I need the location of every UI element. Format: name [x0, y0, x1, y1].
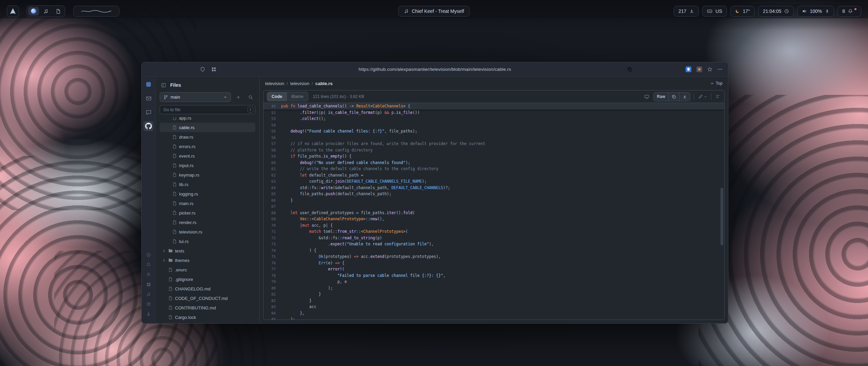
sidebar-bell[interactable]: [144, 261, 153, 268]
line-number[interactable]: 55: [263, 128, 281, 135]
tree-item-CONTRIBUTING.md[interactable]: CONTRIBUTING.md: [160, 303, 255, 312]
line-number[interactable]: 82: [263, 298, 281, 304]
notes-button[interactable]: [53, 7, 63, 16]
line-number[interactable]: 84: [263, 310, 281, 317]
tree-item-app.rs[interactable]: app.rs: [160, 117, 255, 123]
breadcrumb-dir-link[interactable]: television: [290, 81, 309, 86]
tree-item-cable.rs[interactable]: cable.rs: [160, 123, 255, 132]
line-number[interactable]: 63: [263, 178, 281, 185]
line-number[interactable]: 71: [263, 228, 281, 235]
menu-button[interactable]: [717, 67, 723, 72]
adblock-extension-button[interactable]: [696, 66, 702, 72]
keyboard-layout-widget[interactable]: US: [702, 6, 727, 17]
tree-item-logging.rs[interactable]: logging.rs: [160, 189, 255, 199]
sidebar-downloads[interactable]: [144, 310, 153, 318]
new-file-button[interactable]: [234, 93, 243, 102]
pinned-tab-2[interactable]: [143, 93, 154, 103]
tree-item-themes[interactable]: themes: [160, 256, 255, 265]
url-bar[interactable]: https://github.com/alexpasmantier/televi…: [358, 67, 511, 72]
search-tree-button[interactable]: [246, 93, 255, 102]
line-number[interactable]: 53: [263, 116, 281, 122]
tree-item-draw.rs[interactable]: draw.rs: [160, 132, 255, 142]
copy-url-button[interactable]: [627, 67, 632, 72]
line-number[interactable]: 62: [263, 172, 281, 179]
line-number[interactable]: 76: [263, 260, 281, 266]
line-number[interactable]: 61: [263, 166, 281, 172]
symbols-panel-button[interactable]: [715, 94, 721, 100]
collapse-sidebar-button[interactable]: [160, 81, 167, 89]
bookmark-button[interactable]: [707, 67, 712, 72]
pinned-tab-1[interactable]: [143, 79, 154, 89]
line-number[interactable]: 52: [263, 109, 281, 116]
scroll-to-top-link[interactable]: Top: [710, 81, 723, 86]
notifications-widget[interactable]: 8: [837, 6, 861, 17]
download-file-button[interactable]: [679, 93, 690, 101]
tree-item-tests[interactable]: tests: [160, 246, 255, 256]
line-number[interactable]: 72: [263, 235, 281, 241]
line-number[interactable]: 83: [263, 304, 281, 310]
tab-blame[interactable]: Blame: [287, 92, 308, 101]
line-number[interactable]: 60: [263, 160, 281, 166]
line-number[interactable]: 81: [263, 291, 281, 298]
password-extension-button[interactable]: [686, 66, 691, 72]
line-number[interactable]: 59: [263, 153, 281, 160]
launcher-button[interactable]: [7, 5, 19, 17]
weather-widget[interactable]: 17°: [730, 6, 755, 17]
tab-github[interactable]: [143, 121, 154, 131]
line-number[interactable]: 70: [263, 222, 281, 229]
tree-item-television.rs[interactable]: television.rs: [160, 227, 255, 237]
tree-item-CHANGELOG.md[interactable]: CHANGELOG.md: [160, 284, 255, 293]
line-number[interactable]: 43: [263, 103, 281, 109]
music-button[interactable]: [40, 7, 51, 16]
sidebar-media[interactable]: [144, 290, 153, 298]
raw-button[interactable]: Raw: [654, 93, 668, 101]
line-number[interactable]: 54: [263, 122, 281, 128]
code-view[interactable]: 43pub fn load_cable_channels() -> Result…: [263, 103, 724, 320]
tree-item-.gitignore[interactable]: .gitignore: [160, 274, 255, 284]
line-number[interactable]: 58: [263, 147, 281, 154]
media-widget[interactable]: Chief Keef - Treat Myself: [398, 6, 470, 17]
breadcrumb-repo-link[interactable]: television: [265, 81, 284, 86]
tree-item-input.rs[interactable]: input.rs: [160, 161, 255, 170]
sidebar-archive[interactable]: [144, 300, 153, 308]
edit-file-button[interactable]: [697, 94, 708, 100]
tree-item-Cargo.lock[interactable]: Cargo.lock: [160, 312, 255, 322]
copy-file-button[interactable]: [668, 93, 679, 101]
shield-button[interactable]: [200, 67, 205, 72]
tree-item-render.rs[interactable]: render.rs: [160, 218, 255, 227]
goto-file-input[interactable]: [160, 105, 255, 114]
code-scrollbar-thumb[interactable]: [721, 188, 723, 245]
line-number[interactable]: 66: [263, 197, 281, 204]
line-number[interactable]: 56: [263, 135, 281, 141]
tree-item-event.rs[interactable]: event.rs: [160, 151, 255, 161]
tree-item-errors.rs[interactable]: errors.rs: [160, 142, 255, 151]
line-number[interactable]: 80: [263, 285, 281, 291]
line-number[interactable]: 57: [263, 141, 281, 147]
line-number[interactable]: 77: [263, 266, 281, 272]
tab-code[interactable]: Code: [267, 92, 287, 101]
branch-selector[interactable]: main: [160, 92, 231, 102]
line-number[interactable]: 73: [263, 241, 281, 247]
tree-item-CODE_OF_CONDUCT.md[interactable]: CODE_OF_CONDUCT.md: [160, 293, 255, 303]
pinned-tab-3[interactable]: [143, 107, 154, 117]
line-number[interactable]: 64: [263, 185, 281, 191]
tree-item-tui.rs[interactable]: tui.rs: [160, 237, 255, 246]
updates-widget[interactable]: 217: [674, 6, 699, 17]
line-number[interactable]: 78: [263, 272, 281, 279]
volume-widget[interactable]: 100%: [797, 6, 834, 17]
line-number[interactable]: 68: [263, 210, 281, 216]
tree-item-picker.rs[interactable]: picker.rs: [160, 208, 255, 218]
sidebar-apps[interactable]: [144, 281, 153, 288]
line-number[interactable]: 67: [263, 203, 281, 210]
browser-button[interactable]: [28, 7, 39, 16]
line-number[interactable]: 69: [263, 216, 281, 222]
extensions-button[interactable]: [211, 67, 216, 72]
line-number[interactable]: 74: [263, 247, 281, 254]
tree-item-lib.rs[interactable]: lib.rs: [160, 180, 255, 189]
sidebar-compass[interactable]: [144, 251, 153, 259]
tree-item-keymap.rs[interactable]: keymap.rs: [160, 170, 255, 180]
line-number[interactable]: 79: [263, 279, 281, 285]
line-number[interactable]: 65: [263, 191, 281, 197]
tree-item-main.rs[interactable]: main.rs: [160, 199, 255, 208]
tree-item-.envrc[interactable]: .envrc: [160, 265, 255, 274]
